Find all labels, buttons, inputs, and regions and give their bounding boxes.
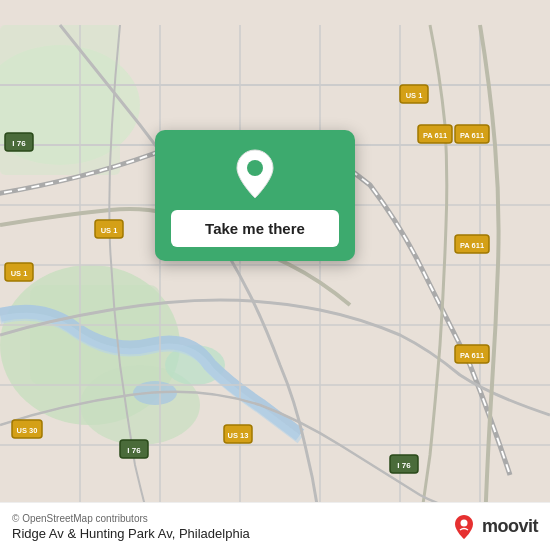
moovit-logo: moovit [450,513,538,541]
svg-rect-6 [0,25,120,175]
svg-text:I 76: I 76 [12,139,26,148]
svg-text:US 1: US 1 [11,269,28,278]
take-me-there-button[interactable]: Take me there [171,210,339,247]
svg-text:US 1: US 1 [406,91,423,100]
svg-text:US 13: US 13 [228,431,249,440]
bottom-bar: © OpenStreetMap contributors Ridge Av & … [0,502,550,550]
bottom-info: © OpenStreetMap contributors Ridge Av & … [12,513,250,541]
location-label: Ridge Av & Hunting Park Av, Philadelphia [12,526,250,541]
svg-text:US 1: US 1 [101,226,118,235]
map-attribution: © OpenStreetMap contributors [12,513,250,524]
map-background: I 76 I 76 I 76 US 1 US 1 US 1 US 13 US 3… [0,0,550,550]
svg-text:PA 611: PA 611 [460,241,484,250]
map-container: I 76 I 76 I 76 US 1 US 1 US 1 US 13 US 3… [0,0,550,550]
svg-point-45 [247,160,263,176]
svg-text:US 30: US 30 [17,426,38,435]
moovit-icon [450,513,478,541]
location-card: Take me there [155,130,355,261]
location-pin-icon [233,148,277,200]
svg-text:I 76: I 76 [397,461,411,470]
moovit-text: moovit [482,516,538,537]
svg-text:PA 611: PA 611 [423,131,447,140]
svg-text:PA 611: PA 611 [460,131,484,140]
svg-text:I 76: I 76 [127,446,141,455]
svg-text:PA 611: PA 611 [460,351,484,360]
svg-point-46 [460,519,467,526]
